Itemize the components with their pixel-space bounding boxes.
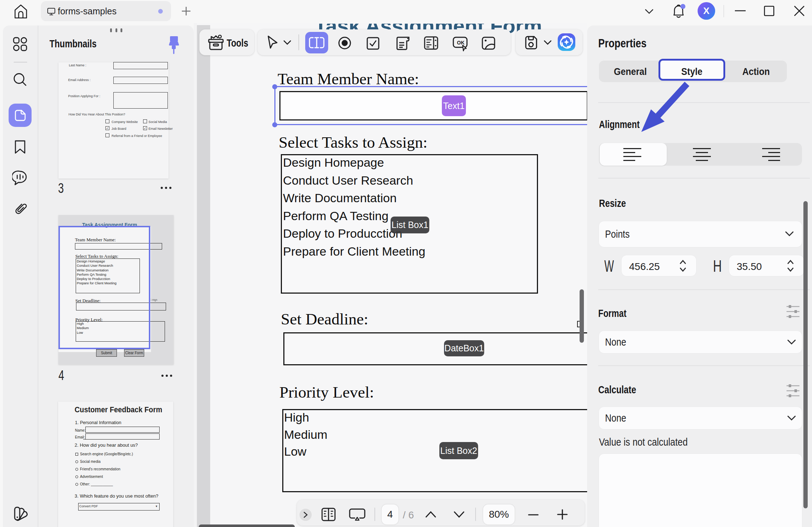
- svg-text:OK: OK: [457, 40, 464, 46]
